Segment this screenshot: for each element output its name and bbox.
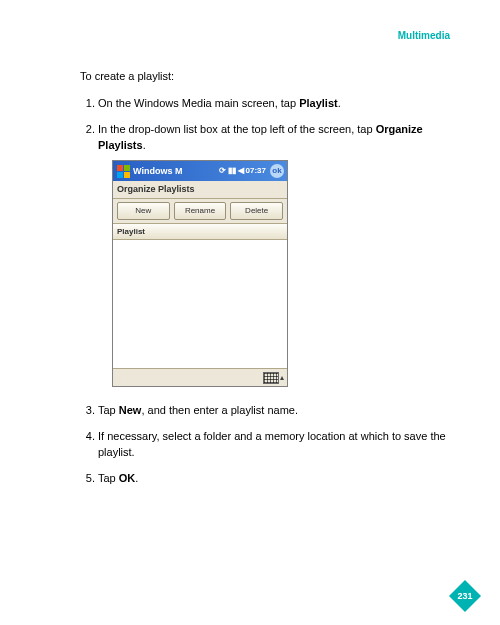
clock-time: 07:37 <box>246 165 266 177</box>
bottom-bar: ▴ <box>113 368 287 386</box>
titlebar: Windows M ⟳ ▮▮ ◀ 07:37 ok <box>113 161 287 181</box>
signal-icon: ▮▮ <box>228 165 236 177</box>
status-icons: ⟳ ▮▮ ◀ 07:37 ok <box>219 164 284 178</box>
delete-button[interactable]: Delete <box>230 202 283 220</box>
new-button[interactable]: New <box>117 202 170 220</box>
window-title: Windows M <box>133 165 219 178</box>
step-4: If necessary, select a folder and a memo… <box>98 429 450 461</box>
toolbar: New Rename Delete <box>113 199 287 224</box>
ok-button[interactable]: ok <box>270 164 284 178</box>
intro-text: To create a playlist: <box>80 69 450 84</box>
screen-subtitle: Organize Playlists <box>113 181 287 199</box>
speaker-icon: ◀ <box>238 165 244 177</box>
page-number-badge: 231 <box>448 579 482 613</box>
instruction-list: On the Windows Media main screen, tap Pl… <box>80 96 450 487</box>
step-3: Tap New, and then enter a playlist name. <box>98 403 450 419</box>
page-number: 231 <box>457 591 472 601</box>
rename-button[interactable]: Rename <box>174 202 227 220</box>
section-header: Multimedia <box>80 30 450 41</box>
windows-logo-icon <box>116 164 130 178</box>
keyboard-icon[interactable] <box>263 372 279 384</box>
playlist-list[interactable] <box>113 240 287 368</box>
step-2: In the drop-down list box at the top lef… <box>98 122 450 387</box>
keyboard-arrow-icon[interactable]: ▴ <box>280 372 284 384</box>
embedded-screenshot: Windows M ⟳ ▮▮ ◀ 07:37 ok Organize Playl… <box>112 160 288 387</box>
sync-icon: ⟳ <box>219 165 226 177</box>
list-column-header: Playlist <box>113 224 287 241</box>
step-5: Tap OK. <box>98 471 450 487</box>
step-1: On the Windows Media main screen, tap Pl… <box>98 96 450 112</box>
